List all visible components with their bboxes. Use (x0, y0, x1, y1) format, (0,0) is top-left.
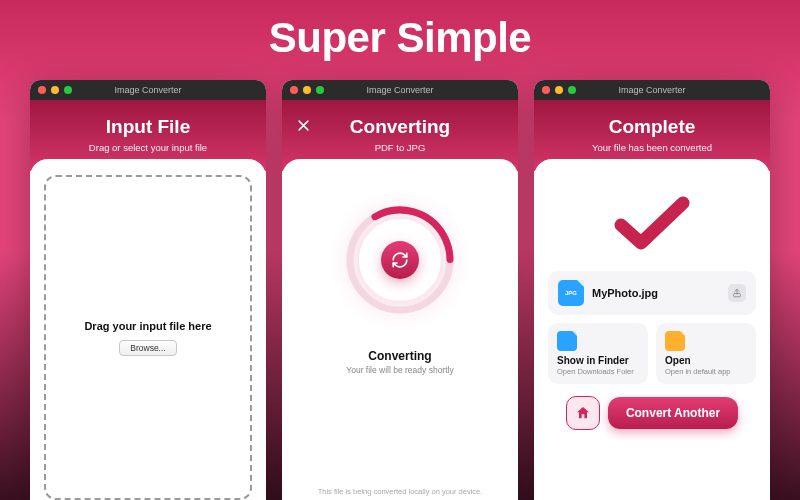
status-sub: Your file will be ready shortly (346, 365, 453, 375)
window-title: Image Converter (30, 85, 266, 95)
body-complete: JPG MyPhoto.jpg Show in Finder Open Down… (534, 159, 770, 500)
status-title: Converting (346, 349, 453, 363)
action-title: Open (665, 355, 747, 366)
progress-ring (341, 201, 459, 319)
body-input: Drag your input file here Browse... (30, 159, 266, 500)
folder-icon (557, 331, 577, 351)
window-converting: Image Converter Converting PDF to JPG (282, 80, 518, 500)
dropzone-text: Drag your input file here (84, 320, 211, 332)
titlebar: Image Converter (534, 80, 770, 100)
header-subtitle: PDF to JPG (292, 142, 508, 153)
header-subtitle: Your file has been converted (544, 142, 760, 153)
bottom-row: Convert Another (548, 396, 756, 430)
window-complete: Image Converter Complete Your file has b… (534, 80, 770, 500)
convert-another-button[interactable]: Convert Another (608, 397, 738, 429)
body-converting: Converting Your file will be ready short… (282, 159, 518, 500)
header-subtitle: Drag or select your input file (40, 142, 256, 153)
hero-title: Super Simple (269, 14, 531, 62)
cancel-icon[interactable] (296, 118, 311, 135)
open-file-button[interactable]: Open Open in default app (656, 323, 756, 384)
checkmark-icon (613, 195, 691, 255)
action-sub: Open in default app (665, 367, 747, 376)
window-title: Image Converter (282, 85, 518, 95)
window-input: Image Converter Input File Drag or selec… (30, 80, 266, 500)
output-file-card[interactable]: JPG MyPhoto.jpg (548, 271, 756, 315)
window-title: Image Converter (534, 85, 770, 95)
titlebar: Image Converter (282, 80, 518, 100)
status-label: Converting Your file will be ready short… (346, 349, 453, 375)
show-in-finder-button[interactable]: Show in Finder Open Downloads Foler (548, 323, 648, 384)
home-button[interactable] (566, 396, 600, 430)
file-jpg-icon: JPG (558, 280, 584, 306)
header-title: Complete (544, 116, 760, 138)
open-file-icon (665, 331, 685, 351)
refresh-icon (381, 241, 419, 279)
titlebar: Image Converter (30, 80, 266, 100)
header-title: Input File (40, 116, 256, 138)
screenshots-row: Image Converter Input File Drag or selec… (0, 80, 800, 500)
action-row: Show in Finder Open Downloads Foler Open… (548, 323, 756, 384)
browse-button[interactable]: Browse... (119, 340, 176, 356)
action-title: Show in Finder (557, 355, 639, 366)
dropzone[interactable]: Drag your input file here Browse... (44, 175, 252, 500)
output-file-name: MyPhoto.jpg (592, 287, 720, 299)
action-sub: Open Downloads Foler (557, 367, 639, 376)
footnote: This file is being converted locally on … (282, 487, 518, 496)
share-icon[interactable] (728, 284, 746, 302)
header-title: Converting (292, 116, 508, 138)
